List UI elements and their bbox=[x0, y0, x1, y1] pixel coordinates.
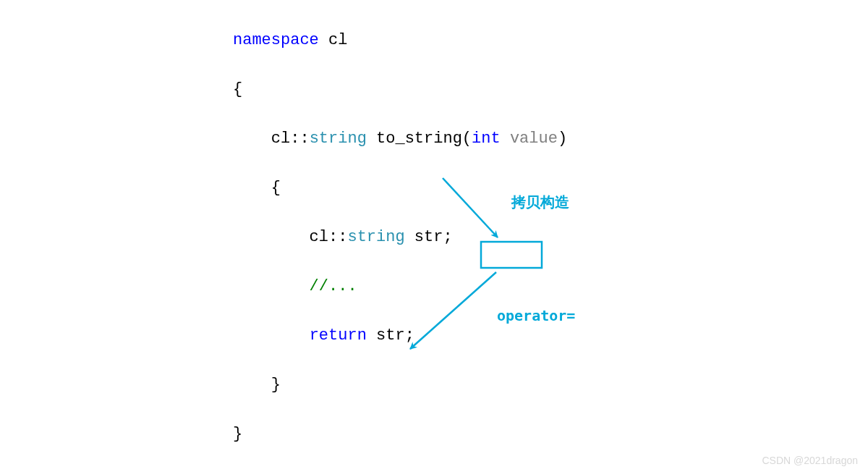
comment: //... bbox=[233, 277, 357, 295]
annotation-operator-eq: operator= bbox=[497, 307, 575, 324]
indent bbox=[233, 326, 310, 345]
code-line: { bbox=[233, 77, 567, 102]
code-line: namespace cl bbox=[233, 28, 567, 53]
param-name: value bbox=[510, 130, 558, 148]
watermark: CSDN @2021dragon bbox=[762, 455, 858, 466]
code-line: } bbox=[233, 373, 567, 397]
code-line: } bbox=[233, 422, 567, 447]
return-var: str; bbox=[367, 326, 414, 345]
function-name: to_string( bbox=[367, 130, 472, 148]
code-line: //... bbox=[233, 274, 567, 299]
qualifier: cl:: bbox=[233, 130, 310, 148]
type-string: string bbox=[347, 228, 404, 246]
namespace-name: cl bbox=[319, 31, 348, 49]
code-line: cl::string str; bbox=[233, 225, 567, 250]
brace: { bbox=[233, 80, 242, 98]
type-string: string bbox=[310, 130, 367, 148]
keyword-namespace: namespace bbox=[233, 31, 319, 49]
brace: } bbox=[233, 376, 281, 394]
paren-close: ) bbox=[558, 130, 567, 148]
annotation-copy-ctor: 拷贝构造 bbox=[511, 193, 569, 212]
code-block: namespace cl { cl::string to_string(int … bbox=[233, 4, 567, 472]
code-line: return str; bbox=[233, 324, 567, 348]
code-line: cl::string to_string(int value) bbox=[233, 127, 567, 151]
brace: } bbox=[233, 425, 242, 443]
space bbox=[501, 130, 510, 148]
keyword-int: int bbox=[472, 130, 501, 148]
keyword-return: return bbox=[310, 326, 367, 345]
brace: { bbox=[233, 179, 281, 197]
qualifier: cl:: bbox=[233, 228, 347, 246]
var-decl: str; bbox=[405, 228, 453, 246]
